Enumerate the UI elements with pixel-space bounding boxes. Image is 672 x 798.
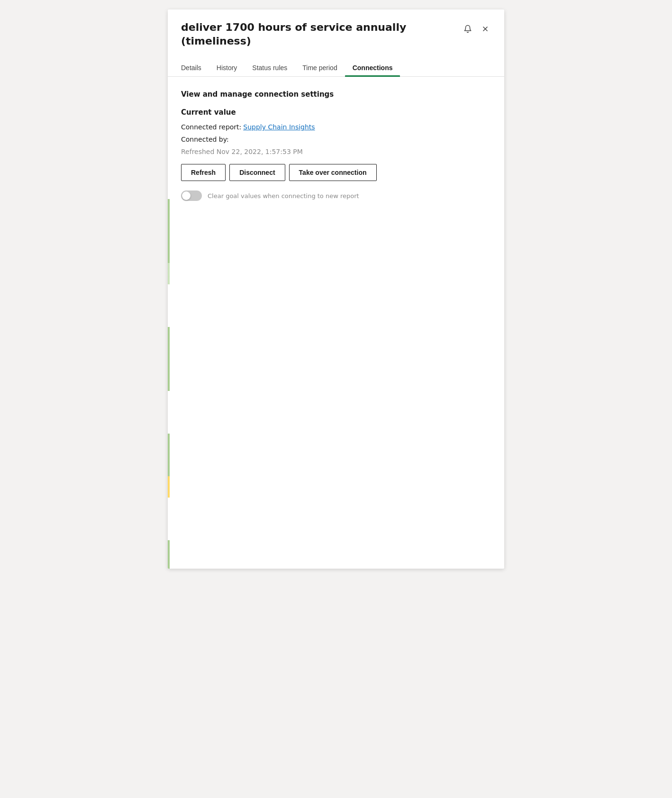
- action-buttons-row: Refresh Disconnect Take over connection: [181, 164, 491, 181]
- tab-connections[interactable]: Connections: [345, 59, 400, 76]
- tabs-nav: Details History Status rules Time period…: [168, 52, 504, 77]
- tab-history[interactable]: History: [209, 59, 245, 76]
- refresh-button[interactable]: Refresh: [181, 164, 226, 181]
- tab-time-period[interactable]: Time period: [295, 59, 345, 76]
- tab-details[interactable]: Details: [181, 59, 209, 76]
- refreshed-text: Refreshed Nov 22, 2022, 1:57:53 PM: [181, 148, 491, 155]
- current-value-title: Current value: [181, 108, 491, 117]
- toggle-row: Clear goal values when connecting to new…: [181, 190, 491, 201]
- tab-status-rules[interactable]: Status rules: [245, 59, 295, 76]
- panel-title: deliver 1700 hours of service annually (…: [181, 21, 462, 48]
- connected-report-link[interactable]: Supply Chain Insights: [243, 123, 315, 131]
- connected-report-row: Connected report: Supply Chain Insights: [181, 123, 491, 131]
- connected-report-label: Connected report:: [181, 123, 241, 131]
- close-icon: [481, 25, 489, 33]
- header-icons: [462, 21, 491, 35]
- toggle-label: Clear goal values when connecting to new…: [208, 192, 359, 200]
- main-panel: deliver 1700 hours of service annually (…: [168, 9, 504, 569]
- clear-goal-toggle[interactable]: [181, 190, 202, 201]
- connected-by-label: Connected by:: [181, 136, 229, 143]
- connected-by-row: Connected by:: [181, 136, 491, 143]
- section-title: View and manage connection settings: [181, 90, 491, 99]
- take-over-button[interactable]: Take over connection: [289, 164, 377, 181]
- panel-header: deliver 1700 hours of service annually (…: [168, 9, 504, 48]
- panel-body: View and manage connection settings Curr…: [168, 77, 504, 214]
- bell-icon: [463, 25, 472, 33]
- close-button[interactable]: [480, 23, 491, 35]
- bell-button[interactable]: [462, 23, 474, 35]
- disconnect-button[interactable]: Disconnect: [229, 164, 285, 181]
